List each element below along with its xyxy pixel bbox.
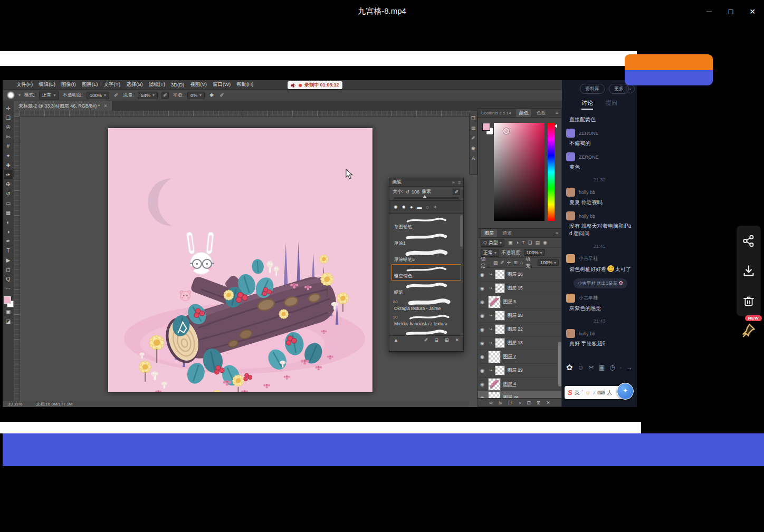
marquee-tool[interactable]: ❏ [4,113,13,122]
visibility-eye-icon[interactable]: ◉ [480,354,485,360]
color-swatches[interactable] [4,296,13,307]
username[interactable]: 小古早桂 [579,295,598,302]
layer-thumbnail[interactable] [488,378,501,391]
brush-list-scrollbar[interactable] [460,215,463,247]
move-tool[interactable]: ✛ [4,103,13,113]
lock-icon[interactable]: ✛ [507,260,512,265]
eraser-tool[interactable]: ▭ [4,198,13,208]
brush-tip-icon[interactable]: ✧ [433,205,437,210]
quick-select-tool[interactable]: ✄ [4,132,13,141]
visibility-eye-icon[interactable]: ◉ [480,341,485,346]
brush-tip-icon[interactable]: ▬ [417,205,422,210]
panel-menu-icon[interactable]: ≡ [556,230,558,236]
brush-preset[interactable]: 镂空铺色 [391,264,461,280]
saturation-value-picker[interactable] [494,123,545,221]
emoji-icon[interactable]: ☺ [578,364,584,371]
history-brush-tool[interactable]: ↺ [4,189,13,198]
menu-item[interactable]: 编辑(E) [39,81,55,88]
send-icon[interactable]: → [626,364,633,371]
avatar[interactable] [566,211,575,220]
soft-keyboard[interactable]: ⌨ [597,390,605,395]
menu-item[interactable]: 文件(F) [16,81,33,88]
layer-thumbnail[interactable] [495,311,505,321]
visibility-eye-icon[interactable]: ◉ [480,382,485,387]
shape-tool[interactable]: ◻ [4,265,13,274]
layer-name[interactable]: 图层 22 [508,326,523,333]
menu-item[interactable]: 图像(I) [61,81,76,88]
fill-select[interactable]: 100%▾ [538,259,559,266]
visibility-eye-icon[interactable]: ◉ [480,313,485,318]
image-icon[interactable]: ▣ [599,364,605,371]
adjustment-icon[interactable]: ◑ [518,400,521,405]
layer-filter-icon[interactable]: ❏ [527,240,532,245]
layer-thumbnail[interactable] [488,392,501,399]
delete-layer-icon[interactable]: ✕ [546,400,551,405]
avatar[interactable] [566,152,575,161]
layer-thumbnail[interactable] [495,338,505,348]
screenshot-icon[interactable]: ✂ [589,364,594,371]
visibility-eye-icon[interactable]: ◉ [480,395,485,399]
brush-size-slider[interactable] [394,197,459,199]
airbrush-icon[interactable]: ✐ [161,92,169,99]
crop-tool[interactable]: # [4,141,13,151]
menu-item[interactable]: 图层(L) [82,81,98,88]
layer-thumbnail[interactable] [495,365,505,375]
tab-color[interactable]: 颜色 [516,109,531,117]
layer-filter-select[interactable]: Q 类型▾ [481,239,504,247]
menu-item[interactable]: 文字(Y) [103,81,120,88]
pen-tool[interactable]: ✒ [4,236,13,246]
layer-thumbnail[interactable] [495,269,505,279]
brush-preset[interactable]: 厚涂1 [391,231,461,248]
username[interactable]: ZERONE [579,131,599,136]
lasso-tool[interactable]: ✇ [4,122,13,132]
menu-item[interactable]: 滤镜(T) [149,81,165,88]
brush-size-value[interactable]: 106 [412,189,419,195]
brush-tip-icon[interactable]: ◌ [426,205,429,210]
tab-layers[interactable]: 图层 [481,229,497,237]
tab-swatches[interactable]: 色板 [536,110,546,117]
smoothing-select[interactable]: 0%▾ [187,92,205,99]
ime-assistant-icon[interactable]: ✦ [617,383,634,400]
fx-icon[interactable]: fx [498,400,503,405]
visibility-eye-icon[interactable]: ◉ [480,286,485,291]
brush-tip-icon[interactable]: ✹ [402,205,406,210]
username[interactable]: 小古早桂 [579,255,598,262]
layer-row[interactable]: ◉图层 4 [478,378,561,391]
layer-thumbnail[interactable] [488,351,501,363]
edit-toolbar[interactable]: ⋯ [4,284,13,293]
hue-slider[interactable] [548,123,555,221]
layer-filter-icon[interactable]: ◉ [542,240,548,245]
tab-discussion[interactable]: 讨论 [581,99,593,110]
layer-row[interactable]: ◉↵图层 16 [478,268,561,282]
new-layer-icon[interactable]: ⊞ [536,400,541,405]
mode-select[interactable]: 正常▾ [39,91,59,100]
layer-thumbnail[interactable] [488,296,501,308]
layer-filter-icon[interactable]: ▣ [508,240,513,245]
group-icon[interactable]: ⊟ [526,400,531,405]
brush-preset-icon[interactable] [7,91,15,99]
flow-select[interactable]: 54%▾ [138,92,158,99]
brush-tip-icon[interactable]: ● [410,205,413,210]
path-select-tool[interactable]: ▶ [4,255,13,265]
lock-icon[interactable]: ✐ [500,260,505,265]
layer-row[interactable]: ◉图层 7 [478,350,561,364]
punctuation[interactable]: ’ [582,390,583,395]
layer-name[interactable]: 图层 16 [508,272,523,278]
layer-row[interactable]: ◉↵图层 29 [478,364,561,378]
avatar[interactable] [566,129,575,138]
foreground-color-swatch[interactable] [482,123,490,131]
panel-collapse-icon[interactable]: » [452,180,455,185]
color-picker-marker[interactable] [503,128,509,134]
close-button[interactable]: ✕ [746,5,759,18]
layer-filter-icon[interactable]: ◑ [515,240,519,245]
mask-icon[interactable]: ❒ [508,400,513,405]
emoji-picker[interactable]: ☺ [585,390,590,395]
link-icon[interactable]: ∞ [489,400,493,405]
brush-preset[interactable]: 草图铅笔 [391,215,461,231]
opacity-select[interactable]: 100%▾ [87,92,109,99]
promo-banner[interactable] [625,54,713,85]
send-flower-icon[interactable]: ✿ [566,363,573,372]
foreground-color-swatch[interactable] [4,296,11,304]
opacity-pressure-icon[interactable]: ✐ [113,92,119,98]
username[interactable]: holly bb [579,331,595,336]
